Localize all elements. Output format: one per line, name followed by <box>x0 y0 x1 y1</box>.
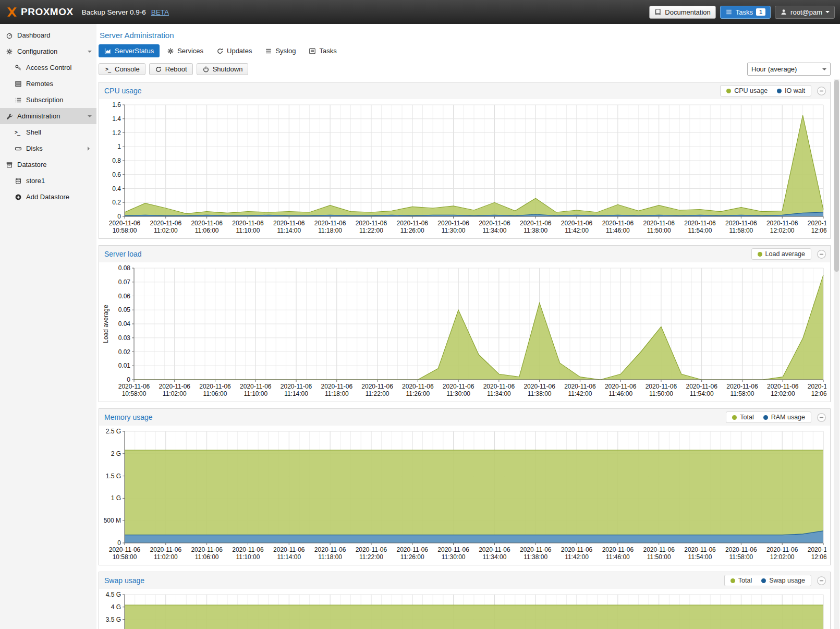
sidebar-item-store1[interactable]: store1 <box>0 173 96 189</box>
time-range-select[interactable]: Hour (average) <box>747 63 831 76</box>
user-icon <box>780 8 787 16</box>
sidebar-item-label: Add Datastore <box>26 193 69 201</box>
legend-dot-icon <box>777 89 782 93</box>
legend-dot-icon <box>758 252 762 257</box>
sidebar-item-datastore[interactable]: Datastore <box>0 156 96 173</box>
svg-text:12:06:00: 12:06:00 <box>811 390 826 397</box>
tab-label: Services <box>177 47 203 55</box>
svg-text:11:30:00: 11:30:00 <box>442 227 466 234</box>
chevron-down-icon <box>822 68 826 72</box>
sidebar-item-label: Shell <box>26 128 41 136</box>
console-button[interactable]: >_ Console <box>99 63 145 75</box>
legend-item: Swap usage <box>761 577 805 584</box>
svg-text:2020-11-06: 2020-11-06 <box>191 546 223 553</box>
svg-text:2020-11-06: 2020-11-06 <box>443 383 474 390</box>
sidebar-item-configuration[interactable]: Configuration <box>0 43 96 59</box>
list-icon <box>15 96 22 104</box>
gear-icon <box>6 48 13 55</box>
tasks-icon <box>725 8 733 16</box>
archive-box-icon <box>6 161 13 168</box>
vertical-scrollbar[interactable] <box>834 79 839 629</box>
svg-text:11:38:00: 11:38:00 <box>524 553 547 561</box>
svg-text:11:54:00: 11:54:00 <box>688 553 712 561</box>
svg-text:12:02:00: 12:02:00 <box>771 390 795 397</box>
tasks-button[interactable]: Tasks 1 <box>720 6 771 19</box>
svg-text:2020-11-06: 2020-11-06 <box>561 546 593 553</box>
svg-text:1.2: 1.2 <box>112 129 121 137</box>
sidebar: Dashboard Configuration Access Control R… <box>0 24 96 629</box>
time-range-value: Hour (average) <box>751 65 797 73</box>
svg-text:2020-11-06: 2020-11-06 <box>766 220 798 227</box>
reboot-button[interactable]: Reboot <box>149 63 193 75</box>
collapse-icon[interactable] <box>817 86 826 96</box>
svg-text:11:50:00: 11:50:00 <box>647 553 671 561</box>
svg-text:10:58:00: 10:58:00 <box>122 390 147 397</box>
toolbar: >_ Console Reboot Shutdown Hour (average… <box>99 63 831 76</box>
svg-text:1.4: 1.4 <box>112 115 121 123</box>
svg-text:2020-11-06: 2020-11-06 <box>524 383 555 390</box>
legend-item: Load average <box>758 250 805 258</box>
tab-label: Syslog <box>275 47 296 55</box>
svg-text:2020-11-06: 2020-11-06 <box>684 546 716 553</box>
sidebar-item-dashboard[interactable]: Dashboard <box>0 27 96 43</box>
tab-services[interactable]: Services <box>161 44 209 57</box>
svg-text:12:02:00: 12:02:00 <box>770 553 795 561</box>
server-icon <box>15 80 22 88</box>
reboot-label: Reboot <box>165 65 187 73</box>
svg-text:11:38:00: 11:38:00 <box>528 390 552 397</box>
cpu-usage-chart: 00.20.40.60.811.21.41.62020-11-0610:58:0… <box>101 101 826 237</box>
svg-text:11:38:00: 11:38:00 <box>524 227 547 234</box>
sidebar-item-access-control[interactable]: Access Control <box>0 59 96 76</box>
collapse-icon[interactable] <box>817 576 826 586</box>
svg-text:11:46:00: 11:46:00 <box>608 390 632 397</box>
svg-text:2020-11-06: 2020-11-06 <box>479 220 510 227</box>
sidebar-item-disks[interactable]: Disks <box>0 140 96 156</box>
sidebar-item-shell[interactable]: >_ Shell <box>0 124 96 140</box>
shutdown-button[interactable]: Shutdown <box>197 63 249 75</box>
tab-serverstatus[interactable]: ServerStatus <box>99 44 160 57</box>
user-menu-button[interactable]: root@pam <box>775 6 835 19</box>
tab-syslog[interactable]: Syslog <box>259 44 301 57</box>
tab-tasks[interactable]: Tasks <box>303 44 342 57</box>
sidebar-item-remotes[interactable]: Remotes <box>0 76 96 92</box>
server-load-chart: 00.010.020.030.040.050.060.070.082020-11… <box>101 264 826 401</box>
svg-text:2020-11-06: 2020-11-06 <box>150 220 182 227</box>
key-icon <box>15 64 22 71</box>
shutdown-label: Shutdown <box>213 65 243 73</box>
panel-server-load: Server load Load average 00.010.020.030.… <box>99 245 831 402</box>
svg-text:2.5 G: 2.5 G <box>106 428 121 435</box>
svg-text:2020-11-06: 2020-11-06 <box>199 383 231 390</box>
svg-text:11:26:00: 11:26:00 <box>400 227 424 234</box>
svg-text:11:58:00: 11:58:00 <box>729 553 753 561</box>
tab-bar: ServerStatus Services Updates Syslog <box>99 44 831 57</box>
terminal-icon: >_ <box>15 129 22 135</box>
svg-text:11:26:00: 11:26:00 <box>400 553 424 561</box>
svg-text:2020-11-06: 2020-11-06 <box>232 220 264 227</box>
tasks-count-badge: 1 <box>756 8 765 16</box>
plus-circle-icon <box>15 193 22 201</box>
svg-text:2020-11-06: 2020-11-06 <box>602 220 634 227</box>
sidebar-item-subscription[interactable]: Subscription <box>0 92 96 108</box>
svg-text:2020-11-06: 2020-11-06 <box>118 383 150 390</box>
panel-title: CPU usage <box>104 87 142 95</box>
svg-text:2020-11-06: 2020-11-06 <box>602 546 634 553</box>
collapse-icon[interactable] <box>817 413 826 422</box>
svg-text:2020-11-06: 2020-11-06 <box>397 220 429 227</box>
brand-text: PROXMOX <box>21 6 74 18</box>
svg-text:11:22:00: 11:22:00 <box>359 227 383 234</box>
svg-text:11:50:00: 11:50:00 <box>647 227 671 234</box>
sidebar-item-administration[interactable]: Administration <box>0 108 96 124</box>
svg-text:2020-11-06: 2020-11-06 <box>564 383 596 390</box>
svg-text:0.05: 0.05 <box>118 306 131 313</box>
scrollbar-thumb[interactable] <box>834 80 839 272</box>
documentation-button[interactable]: Documentation <box>649 6 715 19</box>
sidebar-item-add-datastore[interactable]: Add Datastore <box>0 189 96 205</box>
chevron-down-icon <box>88 115 92 119</box>
panel-memory-usage: Memory usage TotalRAM usage 0500 M1 G1.5… <box>99 408 831 565</box>
collapse-icon[interactable] <box>817 249 826 259</box>
tab-updates[interactable]: Updates <box>211 44 258 57</box>
svg-text:2020-11-06: 2020-11-06 <box>402 383 434 390</box>
beta-link[interactable]: BETA <box>151 8 169 16</box>
svg-text:2020-11-06: 2020-11-06 <box>766 546 798 553</box>
svg-text:12:06:00: 12:06:00 <box>811 227 826 234</box>
